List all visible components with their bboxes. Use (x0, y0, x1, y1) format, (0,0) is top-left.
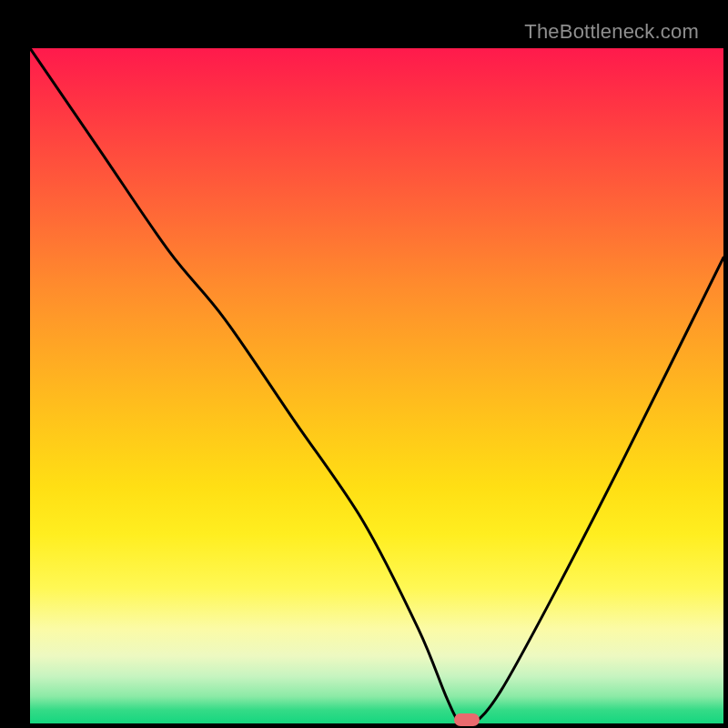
chart-frame: TheBottleneck.com (13, 13, 715, 715)
bottleneck-curve (30, 48, 723, 723)
plot-area (27, 46, 726, 726)
optimal-marker (454, 713, 480, 726)
watermark-text: TheBottleneck.com (524, 20, 699, 44)
